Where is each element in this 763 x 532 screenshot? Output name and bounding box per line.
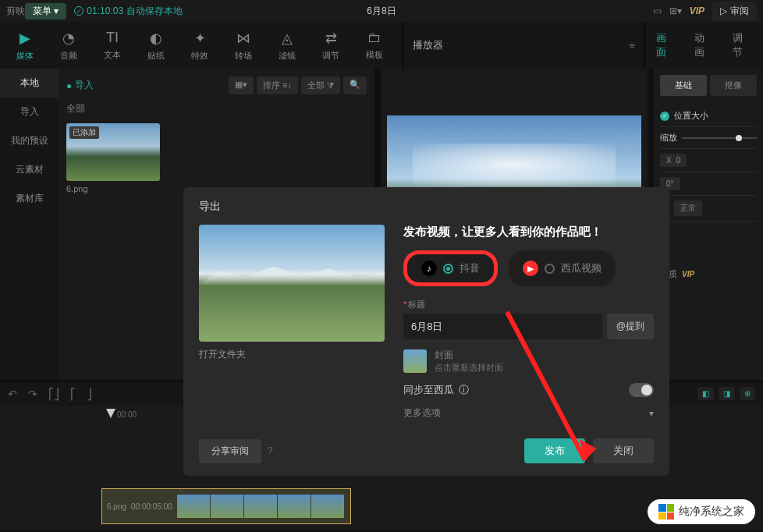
platform-douyin[interactable]: ♪ 抖音	[403, 250, 498, 286]
title-field-label: 标题	[403, 299, 654, 310]
more-options[interactable]: 更多选项 ▾	[403, 406, 654, 420]
effect-icon: ✦	[194, 30, 206, 47]
windows-logo-icon	[658, 504, 674, 520]
player-menu-icon[interactable]: ≡	[629, 40, 635, 51]
playhead[interactable]	[106, 409, 115, 418]
search-button[interactable]: 🔍	[343, 76, 367, 94]
check-icon: ✓	[74, 6, 83, 16]
tool-sticker[interactable]: ◐贴纸	[134, 22, 178, 69]
chevron-down-icon: ▾	[649, 408, 654, 419]
tool-transition[interactable]: ⋈转场	[222, 22, 265, 69]
sticker-icon: ◐	[150, 30, 162, 47]
audio-icon: ◔	[62, 30, 75, 47]
scale-label: 缩放	[660, 132, 677, 144]
sidebar-item-import[interactable]: 导入	[0, 98, 59, 126]
cover-label: 封面	[435, 349, 503, 362]
quality-vip-badge: VIP	[682, 270, 694, 278]
cover-thumbnail[interactable]	[403, 349, 427, 373]
trim-right-icon[interactable]: ⎦	[87, 388, 92, 400]
position-size-label: 位置大小	[674, 110, 708, 122]
tab-animation[interactable]: 动画	[683, 31, 722, 59]
title-input[interactable]	[403, 314, 602, 339]
cover-hint[interactable]: 点击重新选择封面	[435, 362, 503, 374]
play-icon: ▷	[720, 5, 727, 16]
tool-effect[interactable]: ✦特效	[178, 22, 222, 69]
dialog-title: 导出	[199, 200, 654, 214]
platform-xigua[interactable]: ▶ 西瓜视频	[509, 250, 616, 286]
export-preview	[199, 225, 385, 342]
sidebar-item-local[interactable]: 本地	[0, 69, 59, 98]
all-label: 全部	[66, 102, 367, 115]
undo-icon[interactable]: ↶	[8, 388, 17, 400]
tool-text[interactable]: TI文本	[90, 22, 134, 69]
vip-badge[interactable]: VIP	[690, 5, 704, 16]
adjust-icon: ⇄	[325, 30, 337, 47]
sidebar-item-cloud[interactable]: 云素材	[0, 155, 59, 184]
douyin-icon: ♪	[421, 261, 437, 276]
help-icon[interactable]: ⓘ	[459, 383, 469, 397]
view-grid-button[interactable]: ▦▾	[229, 76, 254, 94]
trim-left-icon[interactable]: ⎡	[70, 388, 76, 400]
menu-button[interactable]: 菜单 ▾	[25, 3, 66, 20]
layout-icon-1[interactable]: ▭	[653, 5, 662, 16]
tl-chip-2[interactable]: ◨	[719, 387, 735, 400]
time-label: 00:00	[117, 410, 137, 419]
radio-inactive	[545, 264, 555, 274]
timeline-clip[interactable]: 6.png 00:00:05:00	[101, 488, 351, 524]
export-dialog: 导出 打开文件夹 发布视频，让更多人看到你的作品吧！ ♪ 抖音 ▶ 西瓜视频	[183, 187, 669, 476]
subtab-basic[interactable]: 基础	[660, 75, 707, 96]
player-label: 播放器	[413, 38, 443, 52]
import-icon: ●	[66, 80, 72, 91]
save-status: ✓ 01:10:03 自动保存本地	[74, 5, 183, 18]
import-button[interactable]: ● 导入	[66, 79, 94, 92]
filter-all-button[interactable]: 全部 ⧩	[301, 76, 340, 94]
sidebar-item-library[interactable]: 素材库	[0, 184, 59, 213]
watermark: 纯净系统之家	[648, 499, 755, 524]
redo-icon[interactable]: ↷	[28, 388, 37, 400]
mention-button[interactable]: @提到	[607, 314, 654, 339]
close-button[interactable]: 关闭	[593, 438, 654, 463]
publish-button[interactable]: 发布	[524, 438, 585, 463]
media-icon: ▶	[20, 30, 30, 47]
sync-toggle[interactable]	[629, 383, 654, 397]
tab-picture[interactable]: 画面	[645, 31, 683, 59]
tool-media[interactable]: ▶媒体	[3, 22, 47, 69]
tab-adjust[interactable]: 调节	[722, 31, 760, 59]
project-title: 6月8日	[367, 5, 396, 18]
radio-active	[443, 264, 453, 274]
tool-filter[interactable]: ◬滤镜	[265, 22, 309, 69]
tl-chip-1[interactable]: ◧	[697, 387, 714, 400]
xigua-icon: ▶	[523, 261, 538, 276]
layout-icon-2[interactable]: ⊞▾	[669, 5, 682, 16]
blend-mode-select[interactable]: 正常	[674, 200, 702, 216]
open-folder-link[interactable]: 打开文件夹	[199, 348, 385, 361]
x-input[interactable]: X0	[660, 154, 687, 167]
added-badge: 已添加	[69, 126, 99, 139]
split-icon[interactable]: ⎡⎦	[48, 388, 59, 400]
tool-template[interactable]: 🗀模板	[353, 22, 396, 69]
subtab-matting[interactable]: 抠像	[710, 75, 757, 96]
sidebar-item-presets[interactable]: 我的预设	[0, 126, 59, 155]
sync-label: 同步至西瓜	[403, 383, 454, 397]
filter-icon: ◬	[282, 30, 293, 47]
tool-adjust[interactable]: ⇄调节	[309, 22, 353, 69]
sort-button[interactable]: 排序 ≡↓	[257, 76, 298, 94]
template-icon: 🗀	[367, 30, 382, 46]
review-button[interactable]: ▷ 审阅	[712, 2, 757, 21]
app-name: 剪映	[6, 5, 25, 18]
publish-title: 发布视频，让更多人看到你的作品吧！	[403, 225, 654, 239]
text-icon: TI	[106, 30, 119, 46]
tl-chip-3[interactable]: ⊕	[740, 387, 755, 400]
media-thumbnail[interactable]: 已添加	[66, 123, 160, 181]
tool-audio[interactable]: ◔音频	[47, 22, 90, 69]
scale-slider[interactable]	[682, 137, 757, 139]
check-icon[interactable]: ✓	[660, 112, 669, 121]
share-review-button[interactable]: 分享审阅	[199, 439, 261, 463]
transition-icon: ⋈	[236, 30, 250, 47]
help-icon-2[interactable]: ?	[268, 445, 273, 456]
